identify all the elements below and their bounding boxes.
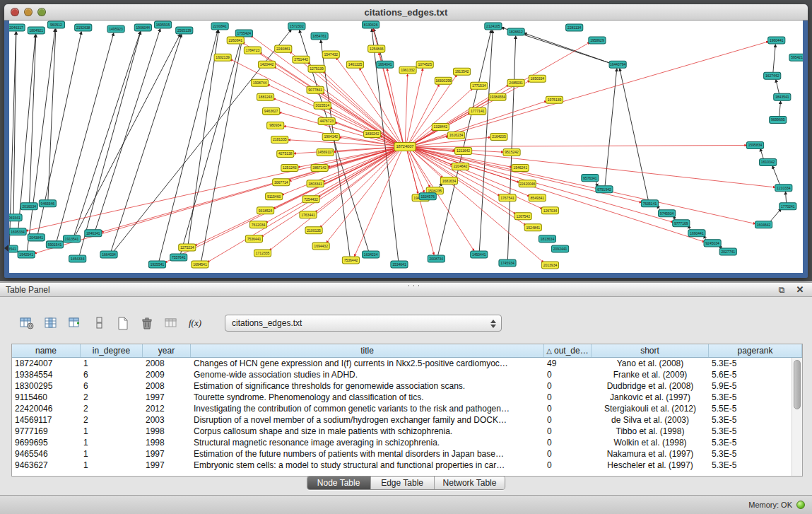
graph-node[interactable]: 1602139 bbox=[214, 54, 231, 61]
graph-edge[interactable] bbox=[412, 148, 705, 242]
table-row[interactable]: 946362711997Embryonic stem cells: a mode… bbox=[12, 460, 792, 471]
graph-node[interactable]: 1495923 bbox=[107, 25, 124, 33]
graph-edge[interactable] bbox=[13, 32, 16, 214]
table-row[interactable]: 1872400712008Changes of HCN gene express… bbox=[12, 358, 792, 369]
graph-node[interactable]: 980934 bbox=[267, 122, 284, 129]
graph-node[interactable]: 1461225 bbox=[346, 61, 363, 68]
graph-edge[interactable] bbox=[321, 40, 350, 257]
graph-node[interactable]: 2181335 bbox=[271, 136, 288, 143]
graph-node[interactable]: 1210334 bbox=[775, 185, 792, 192]
graph-edge[interactable] bbox=[412, 148, 642, 203]
graph-edge[interactable] bbox=[620, 69, 648, 200]
graph-node[interactable]: 2016034 bbox=[20, 203, 37, 210]
table-row[interactable]: 969969511998Structural magnetic resonanc… bbox=[12, 437, 792, 448]
graph-edge[interactable] bbox=[9, 32, 16, 245]
graph-edge[interactable] bbox=[207, 148, 399, 262]
graph-edge[interactable] bbox=[79, 32, 141, 255]
graph-node[interactable]: 18724007 bbox=[394, 142, 416, 151]
column-header-year[interactable]: year bbox=[143, 344, 191, 357]
graph-edge[interactable] bbox=[387, 69, 404, 144]
graph-edge[interactable] bbox=[26, 148, 398, 231]
graph-node[interactable]: 3023514 bbox=[314, 102, 331, 109]
graph-node[interactable]: 1813634 bbox=[539, 235, 555, 243]
graph-edge[interactable] bbox=[30, 35, 36, 203]
graph-node[interactable]: 16443794 bbox=[609, 61, 626, 68]
graph-node[interactable]: 9699695 bbox=[770, 116, 787, 123]
graph-node[interactable]: 1275234 bbox=[179, 244, 196, 251]
graph-node[interactable]: 1763441 bbox=[300, 211, 317, 218]
graph-node[interactable]: 1777141 bbox=[469, 107, 486, 115]
graph-node[interactable]: 1694541 bbox=[192, 261, 208, 268]
column-header-short[interactable]: short bbox=[592, 344, 709, 357]
graph-edge[interactable] bbox=[412, 145, 746, 146]
graph-node[interactable]: 2260841 bbox=[227, 37, 244, 44]
graph-node[interactable]: 1960441 bbox=[768, 37, 785, 44]
graph-node[interactable]: 1908744 bbox=[251, 79, 268, 86]
graph-node[interactable]: 2240861 bbox=[275, 45, 292, 52]
row-options-icon[interactable] bbox=[89, 314, 109, 332]
graph-node[interactable]: 1420442 bbox=[259, 61, 276, 68]
graph-node[interactable]: 1664041 bbox=[377, 61, 394, 68]
vertical-scrollbar[interactable] bbox=[792, 358, 802, 476]
graph-edge[interactable] bbox=[261, 148, 399, 237]
panel-drag-grip[interactable] bbox=[406, 284, 422, 287]
table-selector-dropdown[interactable]: citations_edges.txt bbox=[225, 315, 502, 332]
graph-node[interactable]: 1767541 bbox=[499, 194, 516, 201]
graph-edge[interactable] bbox=[188, 30, 218, 244]
graph-node[interactable]: 1745934 bbox=[499, 259, 516, 267]
graph-node[interactable]: 9576341 bbox=[582, 175, 599, 182]
graph-node[interactable]: 1604642 bbox=[755, 221, 772, 228]
graph-node[interactable]: 6791942 bbox=[596, 186, 613, 193]
graph-node[interactable]: 1074525 bbox=[416, 61, 433, 68]
graph-node[interactable]: 1961332 bbox=[399, 66, 416, 74]
graph-node[interactable]: 1534576 bbox=[419, 193, 436, 200]
graph-edge[interactable] bbox=[772, 166, 780, 185]
graph-node[interactable]: 1771534 bbox=[471, 82, 488, 89]
window-titlebar[interactable]: citations_edges.txt bbox=[4, 4, 808, 21]
graph-node[interactable]: 8549341 bbox=[529, 194, 546, 201]
graph-node[interactable]: 2069341 bbox=[9, 214, 22, 221]
tab-node-table[interactable]: Node Table bbox=[307, 477, 371, 489]
graph-node[interactable]: 1328442 bbox=[432, 123, 449, 130]
graph-node[interactable]: 7557641 bbox=[170, 254, 187, 261]
graph-node[interactable]: 2485031 bbox=[507, 79, 524, 86]
graph-edge[interactable] bbox=[412, 148, 755, 224]
graph-node[interactable]: 7513541 bbox=[9, 245, 18, 252]
select-columns-icon[interactable] bbox=[41, 314, 61, 332]
graph-node[interactable]: 7612034 bbox=[249, 221, 266, 228]
graph-node[interactable]: 1267542 bbox=[514, 213, 531, 220]
graph-node[interactable]: 1681634 bbox=[440, 177, 457, 185]
graph-edge[interactable] bbox=[405, 74, 407, 143]
graph-node[interactable]: 9463627 bbox=[263, 107, 280, 115]
graph-edge[interactable] bbox=[776, 80, 779, 94]
function-builder-icon[interactable]: f(x) bbox=[185, 314, 205, 332]
graph-edge[interactable] bbox=[779, 101, 781, 116]
graph-node[interactable]: 1627442 bbox=[764, 72, 781, 79]
graph-node[interactable]: 9777169 bbox=[673, 220, 690, 227]
graph-node[interactable]: 1572302 bbox=[288, 23, 305, 30]
graph-node[interactable]: 1695334 bbox=[9, 228, 26, 235]
graph-node[interactable]: 2043841 bbox=[28, 234, 45, 241]
column-header-out_degree[interactable]: △out_de… bbox=[544, 344, 592, 357]
graph-node[interactable]: 19384554 bbox=[489, 93, 506, 100]
graph-node[interactable]: 1913542 bbox=[453, 68, 470, 75]
table-row[interactable]: 1938455462009Genome-wide association stu… bbox=[12, 369, 792, 380]
close-button[interactable] bbox=[11, 8, 19, 16]
graph-node[interactable]: 1254846 bbox=[368, 45, 385, 52]
tab-edge-table[interactable]: Edge Table bbox=[371, 477, 435, 489]
graph-node[interactable]: 1881243 bbox=[257, 93, 273, 100]
graph-node[interactable]: 14569117 bbox=[317, 149, 334, 156]
graph-edge[interactable] bbox=[786, 192, 787, 202]
graph-node[interactable]: 18300295 bbox=[435, 77, 452, 84]
graph-node[interactable]: 9115460 bbox=[266, 193, 283, 200]
graph-node[interactable]: 1534641 bbox=[391, 261, 408, 268]
graph-node[interactable]: 2281134 bbox=[566, 24, 583, 31]
graph-node[interactable]: 1267034 bbox=[541, 207, 558, 214]
graph-node[interactable]: 1695915 bbox=[154, 21, 171, 28]
collapse-handle-icon[interactable] bbox=[4, 245, 8, 252]
graph-node[interactable]: 1906044 bbox=[134, 24, 151, 31]
graph-node[interactable]: 1770241 bbox=[779, 203, 796, 210]
graph-node[interactable]: 1454334 bbox=[69, 255, 86, 262]
network-graph[interactable]: 2046317 1804921 960512 2192638 1495923 1… bbox=[9, 21, 803, 273]
graph-node[interactable]: 1546241 bbox=[512, 165, 529, 172]
